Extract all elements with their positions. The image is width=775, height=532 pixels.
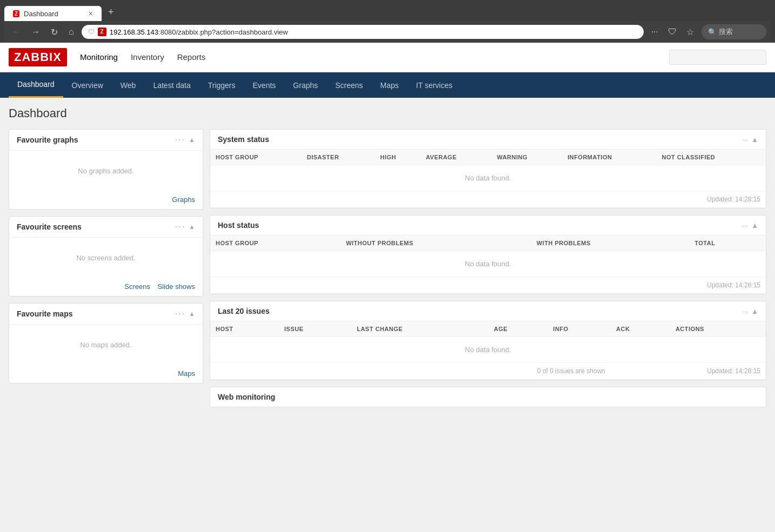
subnav-maps[interactable]: Maps — [372, 73, 407, 97]
favourite-graphs-body: No graphs added. — [9, 151, 203, 191]
last-issues-panel: Last 20 issues ··· ▲ HOST ISSUE LAST CHA… — [210, 301, 766, 380]
widget-chevron-icon[interactable]: ▲ — [189, 136, 195, 144]
screens-link[interactable]: Screens — [124, 282, 150, 291]
maps-link[interactable]: Maps — [178, 369, 195, 378]
address-bar[interactable]: 🛡 Z 192.168.35.143:8080/zabbix.php?actio… — [82, 25, 644, 39]
last-issues-updated: Updated: 14:28:15 — [611, 363, 766, 380]
more-button[interactable]: ··· — [648, 25, 662, 39]
pocket-button[interactable]: 🛡 — [665, 25, 680, 39]
reload-button[interactable]: ↻ — [48, 25, 61, 39]
widget-screens-dots-icon[interactable]: ··· — [175, 222, 185, 232]
system-status-controls[interactable]: ··· ▲ — [742, 136, 758, 144]
last-issues-controls[interactable]: ··· ▲ — [742, 307, 758, 315]
widget-maps-dots-icon[interactable]: ··· — [175, 309, 185, 319]
tab-close-button[interactable]: × — [89, 9, 93, 18]
nav-inventory[interactable]: Inventory — [131, 50, 164, 65]
host-col-total: TOTAL — [689, 235, 766, 251]
subnav-dashboard[interactable]: Dashboard — [9, 72, 63, 98]
header-search[interactable] — [669, 50, 766, 65]
slide-shows-link[interactable]: Slide shows — [158, 282, 195, 291]
bookmark-button[interactable]: ☆ — [683, 25, 697, 39]
subnav-events[interactable]: Events — [244, 73, 285, 97]
shield-icon: 🛡 — [88, 28, 95, 36]
col-host-group: HOST GROUP — [210, 150, 302, 165]
col-not-classified: NOT CLASSIFIED — [657, 150, 766, 165]
issues-col-info: INFO — [547, 321, 611, 337]
host-status-no-data: No data found. — [210, 251, 766, 277]
favourite-graphs-controls[interactable]: ··· ▲ — [175, 135, 195, 145]
host-status-header: Host status ··· ▲ — [210, 216, 766, 235]
system-status-table: HOST GROUP DISASTER HIGH AVERAGE WARNING… — [210, 150, 766, 208]
nav-reports[interactable]: Reports — [177, 50, 206, 65]
header-right — [669, 50, 766, 65]
col-disaster: DISASTER — [302, 150, 375, 165]
subnav-web[interactable]: Web — [112, 73, 145, 97]
favourite-maps-controls[interactable]: ··· ▲ — [175, 309, 195, 319]
web-monitoring-panel: Web monitoring — [210, 387, 766, 407]
subnav-triggers[interactable]: Triggers — [199, 73, 244, 97]
widget-dots-icon[interactable]: ··· — [175, 135, 185, 145]
system-status-dots-icon[interactable]: ··· — [742, 136, 748, 144]
search-label: 搜索 — [719, 27, 733, 37]
web-monitoring-title: Web monitoring — [218, 393, 758, 401]
subnav-overview[interactable]: Overview — [63, 73, 112, 97]
last-issues-no-data: No data found. — [210, 337, 766, 363]
browser-tab-active[interactable]: Z Dashboard × — [4, 6, 102, 21]
subnav-graphs[interactable]: Graphs — [284, 73, 326, 97]
favourite-maps-header: Favourite maps ··· ▲ — [9, 304, 203, 325]
browser-chrome: Z Dashboard × + ← → ↻ ⌂ 🛡 Z 192.168.35.1… — [0, 0, 775, 43]
browser-toolbar: ← → ↻ ⌂ 🛡 Z 192.168.35.143:8080/zabbix.p… — [4, 21, 771, 43]
widget-maps-chevron-icon[interactable]: ▲ — [189, 310, 195, 318]
host-status-no-data-row: No data found. — [210, 251, 766, 277]
favourite-screens-widget: Favourite screens ··· ▲ No screens added… — [9, 216, 203, 297]
issues-col-ack: ACK — [611, 321, 670, 337]
host-status-updated-row: Updated: 14:28:15 — [210, 277, 766, 294]
issues-col-age: AGE — [489, 321, 548, 337]
host-status-updated: Updated: 14:28:15 — [210, 277, 766, 294]
system-status-header-row: HOST GROUP DISASTER HIGH AVERAGE WARNING… — [210, 150, 766, 165]
system-status-updated-row: Updated: 14:28:15 — [210, 191, 766, 208]
host-status-table: HOST GROUP WITHOUT PROBLEMS WITH PROBLEM… — [210, 235, 766, 294]
last-issues-summary: 0 of 0 issues are shown — [210, 363, 611, 380]
last-issues-header: Last 20 issues ··· ▲ — [210, 301, 766, 321]
system-status-chevron-icon[interactable]: ▲ — [751, 136, 758, 144]
system-status-no-data: No data found. — [210, 165, 766, 191]
favourite-graphs-widget: Favourite graphs ··· ▲ No graphs added. … — [9, 129, 203, 210]
url-host: 192.168.35.143 — [110, 28, 158, 36]
host-status-dots-icon[interactable]: ··· — [742, 221, 748, 230]
site-icon: Z — [98, 28, 106, 36]
host-status-chevron-icon[interactable]: ▲ — [751, 221, 758, 230]
host-status-controls[interactable]: ··· ▲ — [742, 221, 758, 230]
graphs-link[interactable]: Graphs — [172, 196, 195, 204]
address-url: 192.168.35.143:8080/zabbix.php?action=da… — [110, 28, 288, 36]
last-issues-no-data-row: No data found. — [210, 337, 766, 363]
issues-col-last-change: LAST CHANGE — [351, 321, 489, 337]
host-col-group: HOST GROUP — [210, 235, 340, 251]
host-status-header-row: HOST GROUP WITHOUT PROBLEMS WITH PROBLEM… — [210, 235, 766, 251]
favourite-maps-widget: Favourite maps ··· ▲ No maps added. Maps — [9, 303, 203, 383]
web-monitoring-header: Web monitoring — [210, 387, 766, 407]
new-tab-button[interactable]: + — [102, 3, 121, 21]
home-button[interactable]: ⌂ — [65, 25, 77, 39]
nav-monitoring[interactable]: Monitoring — [80, 50, 118, 65]
widget-screens-chevron-icon[interactable]: ▲ — [189, 223, 195, 231]
favourite-screens-no-data: No screens added. — [17, 245, 195, 271]
issues-col-actions: ACTIONS — [670, 321, 766, 337]
subnav-latest-data[interactable]: Latest data — [144, 73, 199, 97]
system-status-no-data-row: No data found. — [210, 165, 766, 191]
system-status-title: System status — [218, 135, 742, 144]
favourite-graphs-title: Favourite graphs — [17, 136, 175, 144]
zabbix-logo: ZABBIX — [9, 48, 67, 66]
last-issues-chevron-icon[interactable]: ▲ — [751, 307, 758, 315]
last-issues-dots-icon[interactable]: ··· — [742, 307, 748, 315]
subnav-screens[interactable]: Screens — [326, 73, 371, 97]
forward-button[interactable]: → — [28, 25, 43, 39]
browser-search[interactable]: 🔍 搜索 — [701, 24, 766, 39]
favourite-graphs-no-data: No graphs added. — [17, 158, 195, 184]
back-button[interactable]: ← — [9, 25, 24, 39]
favourite-screens-controls[interactable]: ··· ▲ — [175, 222, 195, 232]
col-information: INFORMATION — [562, 150, 656, 165]
favourite-maps-links: Maps — [9, 365, 203, 383]
subnav-it-services[interactable]: IT services — [407, 73, 461, 97]
host-col-without-problems: WITHOUT PROBLEMS — [340, 235, 531, 251]
